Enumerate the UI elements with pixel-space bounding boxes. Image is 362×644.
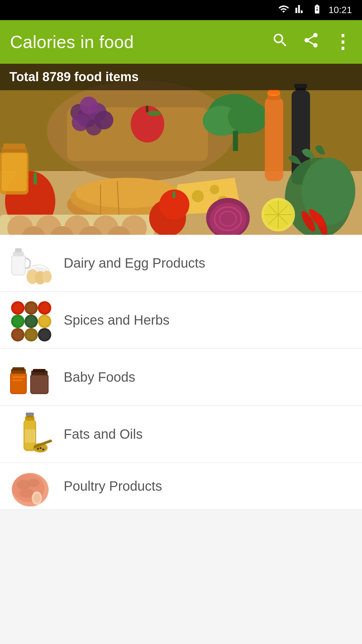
svg-point-112 [37,448,39,450]
svg-point-92 [13,330,22,339]
dairy-thumb [7,240,54,287]
svg-point-93 [26,330,36,339]
toolbar: Calories in food ⋮ [0,20,362,64]
category-dairy-label: Dairy and Egg Products [64,256,205,271]
svg-point-90 [26,317,36,326]
svg-point-113 [40,447,42,449]
svg-rect-102 [31,375,48,393]
more-options-button[interactable]: ⋮ [333,33,352,51]
wifi-icon [278,4,289,16]
svg-rect-69 [12,255,25,275]
category-item-spices[interactable]: Spices and Herbs [0,292,362,349]
category-list: Dairy and Egg Products [0,235,362,510]
category-spices-label: Spices and Herbs [64,313,170,328]
total-badge: Total 8789 food items [0,64,362,90]
svg-rect-101 [33,369,46,372]
category-item-dairy[interactable]: Dairy and Egg Products [0,235,362,292]
baby-thumb [7,354,54,401]
svg-rect-71 [15,248,22,252]
svg-rect-97 [12,367,24,371]
svg-rect-115 [25,421,34,449]
svg-point-119 [27,479,40,487]
signal-icon [295,4,306,16]
svg-rect-104 [12,380,22,381]
svg-point-76 [42,271,52,283]
category-item-fats[interactable]: Fats and Oils [0,406,362,463]
svg-point-94 [40,330,49,339]
total-count: Total 8789 food items [9,70,139,84]
poultry-thumb [7,463,54,510]
svg-point-122 [34,493,40,503]
category-item-baby[interactable]: Baby Foods [0,349,362,406]
svg-rect-103 [12,376,25,378]
fats-thumb [7,411,54,458]
status-time: 10:21 [328,5,352,15]
svg-point-91 [40,317,49,326]
search-button[interactable] [272,32,289,53]
hero-image: Total 8789 food items [0,64,362,235]
toolbar-actions: ⋮ [272,32,352,53]
spices-thumb [7,297,54,344]
app-title: Calories in food [10,32,272,52]
category-fats-label: Fats and Oils [64,427,143,442]
category-item-poultry[interactable]: Poultry Products [0,463,362,510]
svg-point-86 [13,303,22,313]
svg-point-114 [42,448,44,450]
share-button[interactable] [302,32,320,53]
battery-icon [312,4,322,16]
svg-point-120 [19,488,34,498]
svg-rect-70 [13,252,24,256]
status-bar: 10:21 [0,0,362,20]
svg-rect-108 [26,413,34,416]
svg-point-89 [13,317,22,326]
svg-point-87 [26,303,36,313]
category-baby-label: Baby Foods [64,370,135,385]
svg-point-88 [40,303,49,313]
category-poultry-label: Poultry Products [64,479,162,494]
